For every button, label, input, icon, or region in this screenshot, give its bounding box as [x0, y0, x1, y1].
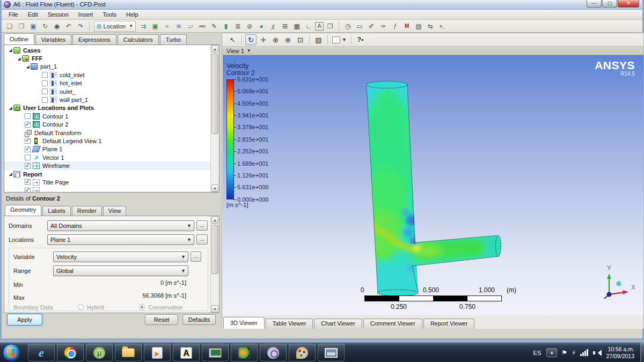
instance-transform-icon[interactable]: ≣: [232, 21, 243, 31]
tree-item-partial[interactable]: [4, 187, 219, 193]
select-icon[interactable]: ↖: [227, 34, 238, 45]
menu-tools[interactable]: Tools: [98, 10, 121, 19]
tab-labels[interactable]: Labels: [42, 206, 70, 216]
visibility-checkbox[interactable]: [25, 163, 31, 169]
tree-item-cold-inlet[interactable]: cold_inlet: [4, 71, 219, 79]
visibility-checkbox[interactable]: [42, 72, 48, 78]
network-icon[interactable]: [580, 349, 589, 356]
volume-icon[interactable]: [593, 350, 601, 356]
command-editor-icon[interactable]: >_: [437, 21, 448, 31]
animation-icon[interactable]: ▭: [354, 21, 365, 31]
menu-help[interactable]: Help: [121, 10, 143, 19]
pan-icon[interactable]: ✛: [258, 34, 269, 45]
expander-icon[interactable]: ◢: [16, 56, 22, 61]
scroll-up-icon[interactable]: ▲: [211, 45, 218, 53]
scroll-down-icon[interactable]: ▼: [211, 184, 218, 192]
tree-item-user-locations[interactable]: ◢ User Locations and Plots: [4, 104, 219, 112]
taskbar-internet-explorer[interactable]: e: [28, 344, 55, 361]
titlebar[interactable]: A6 : Fluid Flow (Fluent) - CFD-Post — ▢ …: [2, 0, 642, 10]
tab-geometry[interactable]: Geometry: [5, 205, 41, 216]
taskbar-viewer[interactable]: [260, 344, 287, 361]
comment-icon[interactable]: A: [315, 22, 324, 31]
taskbar-paint[interactable]: [289, 344, 316, 361]
language-indicator[interactable]: ES: [533, 350, 541, 356]
viewport-layout-dropdown[interactable]: ▼: [332, 36, 347, 43]
taskbar-file-explorer[interactable]: [115, 344, 142, 361]
expander-icon[interactable]: ◢: [8, 48, 13, 53]
tab-variables[interactable]: Variables: [35, 34, 71, 45]
visibility-checkbox[interactable]: [42, 97, 48, 103]
variable-dropdown[interactable]: Velocity▼: [53, 252, 188, 262]
rotate-icon[interactable]: ↻: [245, 34, 257, 45]
variable-more-button[interactable]: ...: [191, 252, 201, 262]
taskbar-workbench[interactable]: [202, 344, 229, 361]
colour-map-icon[interactable]: ●: [256, 21, 267, 31]
mesh-calculator-icon[interactable]: ▤: [413, 21, 424, 31]
apply-button[interactable]: Apply: [7, 314, 42, 326]
fit-view-icon[interactable]: ⊡: [295, 34, 306, 45]
visibility-checkbox[interactable]: [42, 88, 48, 94]
taskbar-cfd-post[interactable]: [231, 344, 258, 361]
visibility-checkbox[interactable]: [25, 113, 31, 119]
tree-item-wireframe[interactable]: Wireframe: [4, 161, 219, 169]
taskbar-ansys[interactable]: A: [173, 344, 200, 361]
hybrid-radio[interactable]: [78, 304, 84, 310]
probe-icon[interactable]: ✑: [378, 21, 389, 31]
tab-3d-viewer[interactable]: 3D Viewer: [223, 317, 265, 329]
power-plug-icon[interactable]: ⚡: [572, 349, 576, 357]
table-icon[interactable]: ▦: [291, 21, 302, 31]
minimize-button[interactable]: —: [587, 0, 602, 8]
locations-dropdown[interactable]: Plane 1▼: [47, 234, 194, 245]
report-icon[interactable]: ❒: [325, 21, 335, 31]
tree-item-default-legend[interactable]: Default Legend View 1: [4, 137, 219, 145]
expander-icon[interactable]: ◢: [8, 172, 13, 176]
menu-insert[interactable]: Insert: [74, 10, 98, 19]
view-selector-bar[interactable]: View 1 ▼: [222, 47, 643, 55]
save-project-icon[interactable]: ▣: [28, 21, 39, 31]
visibility-checkbox[interactable]: [25, 154, 31, 160]
undo-icon[interactable]: ↶: [63, 21, 74, 31]
tab-calculators[interactable]: Calculators: [118, 34, 159, 45]
expander-icon[interactable]: ◢: [8, 106, 13, 110]
scroll-down-icon[interactable]: ▼: [211, 305, 218, 313]
tree-item-report[interactable]: ◢ Report: [4, 170, 219, 178]
help-icon[interactable]: ?▪: [355, 34, 366, 45]
contour-icon[interactable]: ▣: [150, 21, 160, 31]
locations-more-button[interactable]: ...: [196, 234, 208, 245]
timestep-selector-icon[interactable]: ◷: [342, 21, 353, 31]
particle-track-icon[interactable]: ≋: [173, 21, 184, 31]
text-label-icon[interactable]: ABC: [197, 21, 208, 31]
zoom-box-icon[interactable]: ⊕: [270, 34, 281, 45]
clock[interactable]: 10:56 a.m. 27/09/2013: [606, 346, 634, 360]
tab-render[interactable]: Render: [72, 206, 102, 216]
visibility-checkbox[interactable]: [25, 122, 31, 128]
visibility-checkbox[interactable]: [25, 146, 31, 152]
action-center-flag-icon[interactable]: ⚑: [561, 349, 567, 357]
streamline-icon[interactable]: ≈: [162, 21, 172, 31]
close-button[interactable]: ✕: [618, 0, 639, 8]
tab-chart-viewer[interactable]: Chart Viewer: [314, 319, 362, 329]
details-scrollbar[interactable]: ▲ ▼: [210, 216, 219, 313]
expander-icon[interactable]: ◢: [25, 64, 31, 69]
scroll-up-icon[interactable]: ▲: [211, 216, 218, 224]
taskbar-media-player[interactable]: ▶: [144, 344, 171, 361]
defaults-button[interactable]: Defaults: [182, 314, 216, 325]
zoom-in-icon[interactable]: ⊕: [282, 34, 294, 45]
range-dropdown[interactable]: Global▼: [53, 265, 188, 276]
tree-item-default-transform[interactable]: Default Transform: [4, 129, 219, 137]
load-results-icon[interactable]: ❏: [4, 21, 15, 31]
tree-item-contour1[interactable]: Contour 1: [4, 112, 219, 120]
reset-button[interactable]: Reset: [145, 314, 178, 325]
tree-scrollbar[interactable]: ▲ ▼: [210, 45, 219, 192]
refresh-icon[interactable]: ↻: [40, 21, 50, 31]
visibility-checkbox[interactable]: [25, 179, 31, 185]
taskbar-image-viewer[interactable]: [318, 344, 345, 361]
menu-edit[interactable]: Edit: [23, 10, 43, 19]
tree-item-contour2[interactable]: Contour 2: [4, 121, 219, 129]
location-dropdown[interactable]: ◍ Location ▼: [94, 21, 136, 32]
variables-icon[interactable]: ⊞: [280, 21, 290, 31]
tab-table-viewer[interactable]: Table Viewer: [266, 319, 313, 329]
tree-item-title-page[interactable]: Title Page: [4, 178, 219, 186]
tab-turbo[interactable]: Turbo: [160, 34, 187, 45]
taskbar-chrome[interactable]: [57, 344, 84, 361]
